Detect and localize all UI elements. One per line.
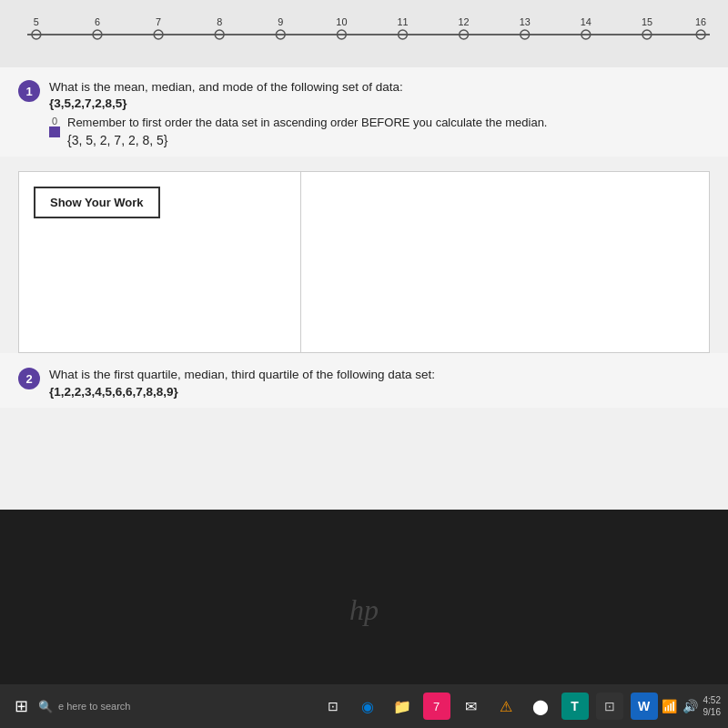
taskbar-app-icons: ⊡ ◉ 📁 7 ✉ ⚠ ⬤ T ⊡ W (319, 693, 658, 720)
work-area: Show Your Work (18, 171, 710, 353)
square-app-icon[interactable]: ⊡ (596, 693, 623, 720)
edge-browser-icon[interactable]: ◉ (354, 693, 381, 720)
chrome-icon[interactable]: ⬤ (527, 693, 554, 720)
taskbar: ⊞ 🔍 e here to search ⊡ ◉ 📁 7 ✉ ⚠ ⬤ T ⊡ W… (0, 684, 728, 728)
svg-text:13: 13 (520, 16, 531, 27)
search-icon: 🔍 (38, 700, 53, 713)
svg-text:15: 15 (642, 16, 652, 27)
question2-data-set: {1,2,2,3,4,5,6,6,7,8,8,9} (49, 385, 435, 399)
question2-main-text: What is the first quartile, median, thir… (49, 366, 435, 384)
mail-icon[interactable]: ✉ (458, 693, 485, 720)
clock-date: 9/16 (703, 706, 721, 718)
svg-text:7: 7 (156, 16, 161, 27)
question1-instruction-block: Remember to first order the data set in … (67, 116, 710, 147)
number-line-area: 5 6 7 8 9 10 (0, 0, 728, 67)
hp-logo: hp (349, 593, 379, 627)
question1-header: 1 What is the mean, median, and mode of … (18, 78, 710, 110)
question1-ordered-set: {3, 5, 2, 7, 2, 8, 5} (67, 133, 710, 147)
work-left-panel: Show Your Work (19, 172, 301, 352)
system-clock: 4:52 9/16 (703, 694, 721, 718)
question1-text: What is the mean, median, and mode of th… (49, 78, 403, 110)
question1-main-text: What is the mean, median, and mode of th… (49, 78, 403, 96)
question1-instruction: Remember to first order the data set in … (67, 116, 710, 129)
question2-badge: 2 (18, 368, 40, 389)
show-work-button[interactable]: Show Your Work (34, 187, 160, 218)
word-icon[interactable]: W (631, 693, 658, 720)
number-line-svg: 5 6 7 8 9 10 (27, 16, 710, 53)
question1-badge: 1 (18, 80, 40, 102)
question1-indicators: 0 (49, 116, 60, 137)
indicator-box (49, 126, 60, 137)
svg-text:5: 5 (34, 16, 39, 27)
svg-text:16: 16 (695, 16, 706, 27)
work-right-panel (301, 172, 709, 352)
svg-text:12: 12 (459, 16, 470, 27)
taskbar-search-area: 🔍 e here to search (38, 700, 316, 713)
svg-text:11: 11 (397, 16, 408, 27)
number-line-container: 5 6 7 8 9 10 (18, 7, 710, 56)
question2-text-block: What is the first quartile, median, thir… (49, 366, 435, 398)
question1-indicators-row: 0 Remember to first order the data set i… (18, 116, 710, 147)
system-tray: 📶 🔊 4:52 9/16 (662, 694, 721, 718)
clock-time: 4:52 (703, 694, 721, 706)
virtual-desktop-icon[interactable]: ⊡ (319, 693, 347, 720)
svg-text:6: 6 (95, 16, 100, 27)
worksheet: 5 6 7 8 9 10 (0, 0, 728, 510)
question2-header: 2 What is the first quartile, median, th… (18, 366, 710, 398)
question1-data-set: {3,5,2,7,2,8,5} (49, 96, 403, 110)
svg-text:10: 10 (336, 16, 347, 27)
t-app-icon[interactable]: T (561, 693, 589, 720)
question1-area: 1 What is the mean, median, and mode of … (0, 67, 728, 157)
svg-text:8: 8 (217, 16, 222, 27)
notification-icon[interactable]: ⚠ (492, 693, 520, 720)
file-explorer-icon[interactable]: 📁 (389, 693, 416, 720)
sound-icon: 🔊 (682, 699, 698, 713)
svg-text:9: 9 (278, 16, 283, 27)
indicator-zero: 0 (52, 116, 57, 126)
windows-start-button[interactable]: ⊞ (7, 693, 35, 720)
wifi-icon: 📶 (662, 699, 677, 713)
search-placeholder-text: e here to search (58, 701, 131, 712)
media-icon[interactable]: 7 (423, 693, 450, 720)
svg-text:14: 14 (581, 16, 592, 27)
question2-area: 2 What is the first quartile, median, th… (0, 353, 728, 407)
